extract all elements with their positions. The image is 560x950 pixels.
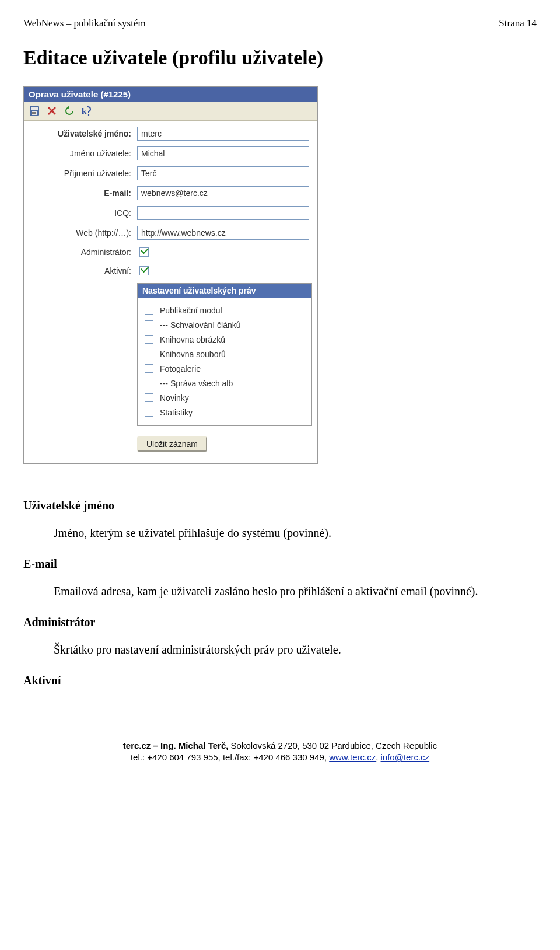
row-web: Web (http://…):: [32, 226, 309, 240]
input-username[interactable]: [137, 127, 309, 141]
panel-toolbar: k: [24, 102, 317, 121]
row-email: E-mail:: [32, 186, 309, 200]
right-chk[interactable]: [145, 350, 153, 358]
right-item: Knihovna obrázků: [142, 333, 307, 345]
right-label: --- Schvalování článků: [160, 320, 241, 330]
checkbox-active[interactable]: [139, 266, 149, 275]
right-label: --- Správa všech alb: [160, 379, 233, 388]
right-item: --- Schvalování článků: [142, 319, 307, 331]
page-footer: terc.cz – Ing. Michal Terč, Sokolovská 2…: [23, 740, 537, 764]
right-chk[interactable]: [145, 335, 153, 344]
footer-line2-prefix: tel.: +420 604 793 955, tel./fax: +420 4…: [131, 752, 329, 762]
right-chk[interactable]: [145, 364, 153, 373]
help-icon[interactable]: k: [80, 104, 94, 118]
right-item: --- Správa všech alb: [142, 377, 307, 389]
right-chk[interactable]: [145, 393, 153, 402]
checkbox-admin[interactable]: [139, 247, 149, 257]
footer-link-email[interactable]: info@terc.cz: [381, 752, 430, 762]
right-item: Fotogalerie: [142, 362, 307, 375]
row-icq: ICQ:: [32, 206, 309, 220]
row-admin: Administrátor:: [32, 246, 309, 259]
label-firstname: Jméno uživatele:: [32, 149, 137, 158]
footer-bold: terc.cz – Ing. Michal Terč,: [123, 741, 231, 750]
heading-admin: Administrátor: [23, 616, 537, 629]
svg-point-9: [88, 114, 89, 116]
right-chk[interactable]: [145, 379, 153, 387]
right-label: Statistiky: [160, 408, 192, 417]
input-email[interactable]: [137, 186, 309, 200]
right-item: Novinky: [142, 392, 307, 404]
right-chk[interactable]: [145, 320, 153, 329]
footer-sep: ,: [376, 752, 380, 762]
header-left: WebNews – publikační systém: [23, 18, 146, 29]
label-lastname: Příjmení uživatele:: [32, 169, 137, 178]
right-label: Fotogalerie: [160, 364, 201, 373]
panel-body: Uživatelské jméno: Jméno uživatele: Příj…: [24, 121, 317, 463]
input-icq[interactable]: [137, 206, 309, 220]
right-item: Statistiky: [142, 406, 307, 418]
page-title: Editace uživatele (profilu uživatele): [23, 47, 537, 69]
rights-body: Publikační modul --- Schvalování článků …: [137, 298, 312, 426]
right-item: Publikační modul: [142, 304, 307, 316]
text-admin: Škrtátko pro nastavení administrátorskýc…: [54, 642, 509, 658]
submit-row: Uložit záznam: [32, 426, 309, 455]
row-username: Uživatelské jméno:: [32, 127, 309, 141]
right-chk[interactable]: [145, 408, 153, 417]
row-active: Aktivní:: [32, 264, 309, 277]
label-admin: Administrátor:: [32, 247, 137, 257]
right-item: Knihovna souborů: [142, 348, 307, 360]
input-lastname[interactable]: [137, 166, 309, 180]
delete-icon[interactable]: [45, 104, 59, 118]
heading-username: Uživatelské jméno: [23, 499, 537, 512]
right-label: Novinky: [160, 393, 189, 403]
right-label: Knihovna souborů: [160, 350, 226, 359]
row-lastname: Příjmení uživatele:: [32, 166, 309, 180]
text-username: Jméno, kterým se uživatel přihlašuje do …: [54, 525, 509, 541]
svg-text:k: k: [82, 106, 87, 116]
row-firstname: Jméno uživatele:: [32, 146, 309, 160]
svg-rect-1: [31, 107, 38, 110]
svg-rect-3: [32, 112, 36, 113]
save-button[interactable]: Uložit záznam: [137, 436, 207, 452]
label-username: Uživatelské jméno:: [32, 129, 137, 138]
rights-title: Nastavení uživatelských práv: [137, 283, 312, 298]
footer-line1: Sokolovská 2720, 530 02 Pardubice, Czech…: [231, 741, 438, 750]
label-web: Web (http://…):: [32, 228, 137, 238]
svg-rect-4: [32, 113, 36, 114]
input-web[interactable]: [137, 226, 309, 240]
label-icq: ICQ:: [32, 208, 137, 218]
header-right: Strana 14: [499, 18, 537, 29]
save-icon[interactable]: [27, 104, 41, 118]
label-email: E-mail:: [32, 188, 137, 198]
input-firstname[interactable]: [137, 146, 309, 160]
label-active: Aktivní:: [32, 266, 137, 275]
footer-link-web[interactable]: www.terc.cz: [329, 752, 376, 762]
right-chk[interactable]: [145, 306, 153, 315]
user-edit-panel: Oprava uživatele (#1225) k Uživatelské j…: [23, 86, 318, 464]
right-label: Publikační modul: [160, 306, 222, 315]
heading-email: E-mail: [23, 557, 537, 571]
text-email: Emailová adresa, kam je uživateli zaslán…: [54, 584, 509, 599]
heading-active: Aktivní: [23, 674, 537, 687]
panel-title: Oprava uživatele (#1225): [24, 87, 317, 102]
right-label: Knihovna obrázků: [160, 335, 225, 344]
refresh-icon[interactable]: [62, 104, 76, 118]
page-header: WebNews – publikační systém Strana 14: [23, 18, 537, 29]
rights-panel: Nastavení uživatelských práv Publikační …: [137, 283, 312, 426]
